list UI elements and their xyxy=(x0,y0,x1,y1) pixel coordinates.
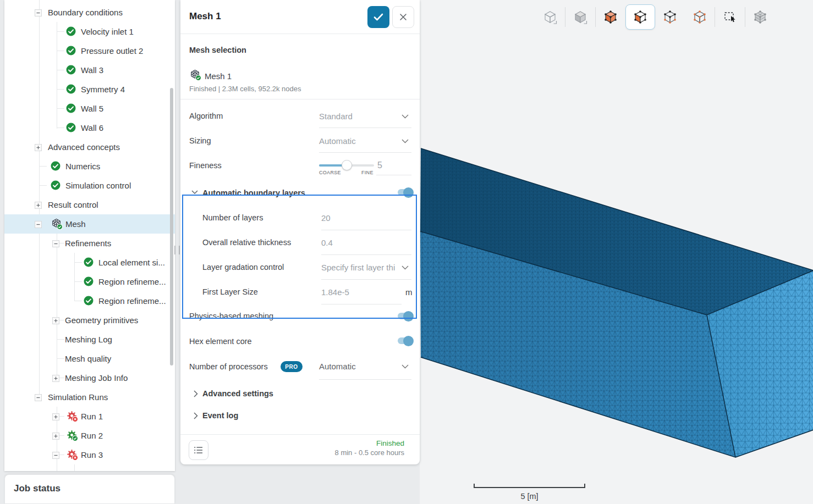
tree-item-run-3[interactable]: Run 3 xyxy=(4,445,175,464)
tree-item-boundary-conditions[interactable]: Boundary conditions xyxy=(4,3,175,22)
physics-meshing-toggle[interactable] xyxy=(398,313,412,319)
status-check-icon xyxy=(66,84,76,94)
tree-item-label: Simulation control xyxy=(65,176,131,195)
abl-section-label[interactable]: Automatic boundary layers xyxy=(202,189,305,197)
collapse-toggle-icon[interactable] xyxy=(35,9,42,16)
panel-header: Mesh 1 xyxy=(180,0,420,34)
tree-item-label: Pressure outlet 2 xyxy=(81,41,143,60)
tree-item-advanced-concepts[interactable]: Advanced concepts xyxy=(4,137,175,157)
tree-item-mesh[interactable]: Mesh xyxy=(4,214,175,234)
collapse-toggle-icon[interactable] xyxy=(35,220,42,228)
tree-scrollbar[interactable] xyxy=(170,88,173,365)
first-layer-input[interactable]: 1.84e-5 xyxy=(321,287,349,297)
tree-item-run-2[interactable]: Run 2 xyxy=(4,426,175,445)
chevron-right-icon[interactable] xyxy=(194,412,198,419)
select-faces-icon xyxy=(633,9,648,25)
viewport-3d[interactable]: 5 [m] xyxy=(420,0,813,504)
tree-guide-stub xyxy=(74,262,82,263)
selected-mesh-name[interactable]: Mesh 1 xyxy=(205,71,232,81)
fineness-slider-handle[interactable] xyxy=(342,160,352,170)
mesh-selection-heading: Mesh selection xyxy=(189,46,246,54)
tree-item-simulation-control[interactable]: Simulation control xyxy=(4,176,175,195)
fineness-value-input[interactable]: 5 xyxy=(377,160,382,170)
tree-item-result-control[interactable]: Result control xyxy=(4,195,175,214)
viewport-toolbar xyxy=(535,4,775,30)
chevron-down-icon[interactable] xyxy=(402,364,409,369)
tree-item-meshing-log[interactable]: Meshing Log xyxy=(4,330,175,349)
wireframe-view-button[interactable] xyxy=(535,4,565,30)
tree-item-label: Wall 5 xyxy=(81,99,103,118)
abl-toggle[interactable] xyxy=(398,189,412,196)
tree-item-geometry-primitives[interactable]: Geometry primitives xyxy=(4,311,175,330)
chevron-down-icon[interactable] xyxy=(402,139,409,143)
box-select-button[interactable] xyxy=(715,4,745,30)
layers-input[interactable]: 20 xyxy=(321,213,331,223)
close-button[interactable] xyxy=(392,6,414,28)
collapse-toggle-icon[interactable] xyxy=(52,451,59,458)
shaded-view-button[interactable] xyxy=(565,4,595,30)
select-edges-button[interactable] xyxy=(655,4,685,30)
expand-toggle-icon[interactable] xyxy=(70,470,77,471)
expand-toggle-icon[interactable] xyxy=(52,374,59,381)
tree-item-label: Local element si... xyxy=(98,253,165,272)
processors-select[interactable]: Automatic xyxy=(319,362,356,371)
close-icon xyxy=(399,13,407,21)
tree-item-pressure-outlet-2[interactable]: Pressure outlet 2 xyxy=(4,41,175,60)
tree-item-setti[interactable]: Setti... xyxy=(4,464,175,471)
collapse-chevron-icon[interactable] xyxy=(191,190,198,195)
chevron-down-icon[interactable] xyxy=(402,114,409,119)
tree-item-symmetry-4[interactable]: Symmetry 4 xyxy=(4,80,175,99)
tree-item-local-element-si[interactable]: Local element si... xyxy=(4,253,175,272)
job-list-button[interactable] xyxy=(189,440,208,460)
fineness-min-label: COARSE xyxy=(319,170,341,175)
panel-resize-handle[interactable] xyxy=(174,246,180,254)
wireframe-view-icon xyxy=(542,9,558,25)
tree-item-simulation-runs[interactable]: Simulation Runs xyxy=(4,387,175,407)
gradation-select[interactable]: Specify first layer thi xyxy=(321,263,399,272)
status-check-icon xyxy=(66,65,76,75)
tree-item-wall-5[interactable]: Wall 5 xyxy=(4,99,175,118)
expand-toggle-icon[interactable] xyxy=(52,413,59,420)
algorithm-select[interactable]: Standard xyxy=(319,112,353,121)
tree-item-run-1[interactable]: Run 1 xyxy=(4,407,175,426)
tree-item-label: Boundary conditions xyxy=(48,3,123,22)
tree-item-wall-3[interactable]: Wall 3 xyxy=(4,60,175,80)
thickness-input[interactable]: 0.4 xyxy=(321,238,333,247)
tree-item-label: Advanced concepts xyxy=(48,137,120,157)
tree-item-region-refineme[interactable]: Region refineme... xyxy=(4,291,175,311)
select-volumes-button[interactable] xyxy=(596,4,625,30)
first-layer-unit: m xyxy=(405,287,413,297)
hex-core-toggle[interactable] xyxy=(398,337,412,344)
tree-item-velocity-inlet-1[interactable]: Velocity inlet 1 xyxy=(4,22,175,41)
chevron-right-icon[interactable] xyxy=(194,390,198,397)
check-icon xyxy=(373,13,383,21)
collapse-toggle-icon[interactable] xyxy=(52,240,59,247)
sizing-label: Sizing xyxy=(189,136,211,145)
tree-item-label: Mesh quality xyxy=(65,349,111,368)
tree-item-region-refineme[interactable]: Region refineme... xyxy=(4,272,175,291)
apply-button[interactable] xyxy=(367,6,389,28)
tree-guide-stub xyxy=(57,31,64,32)
tree-item-mesh-quality[interactable]: Mesh quality xyxy=(4,349,175,368)
processors-label: Number of processors xyxy=(189,362,268,371)
event-log-section[interactable]: Event log xyxy=(202,411,238,420)
expand-toggle-icon[interactable] xyxy=(35,143,42,151)
tree-guide-stub xyxy=(57,89,64,90)
select-vertices-button[interactable] xyxy=(685,4,715,30)
box-select-icon xyxy=(722,9,738,25)
collapse-toggle-icon[interactable] xyxy=(35,394,42,401)
advanced-settings-section[interactable]: Advanced settings xyxy=(202,389,273,398)
tree-item-meshing-job-info[interactable]: Meshing Job Info xyxy=(4,368,175,387)
chevron-down-icon[interactable] xyxy=(402,265,409,270)
scale-bar xyxy=(474,484,585,488)
select-faces-button[interactable] xyxy=(625,4,655,30)
expand-toggle-icon[interactable] xyxy=(35,201,42,208)
select-mesh-entities-button[interactable] xyxy=(745,4,775,30)
tree-item-wall-6[interactable]: Wall 6 xyxy=(4,118,175,137)
expand-toggle-icon[interactable] xyxy=(52,432,59,439)
job-status-panel[interactable]: Job status xyxy=(4,474,175,504)
sizing-select[interactable]: Automatic xyxy=(319,136,356,146)
expand-toggle-icon[interactable] xyxy=(52,317,59,324)
tree-item-refinements[interactable]: Refinements xyxy=(4,234,175,253)
tree-item-numerics[interactable]: Numerics xyxy=(4,157,175,176)
